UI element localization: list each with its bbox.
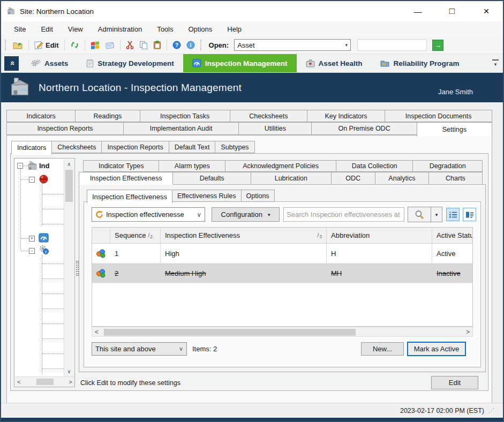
ribbon-tab-strategy-development[interactable]: Strategy Development bbox=[77, 54, 183, 72]
tab-inspection-effectiveness[interactable]: Inspection Effectiveness bbox=[87, 190, 172, 204]
menu-administration[interactable]: Administration bbox=[91, 21, 149, 36]
table-header-effectiveness[interactable]: Inspection Effectiveness /3 bbox=[161, 228, 327, 243]
tab-degradation[interactable]: Degradation bbox=[412, 160, 483, 172]
table-header-active-status[interactable]: Active Status bbox=[432, 228, 472, 243]
tab-readings[interactable]: Readings bbox=[75, 110, 140, 122]
scroll-left-icon[interactable]: < bbox=[95, 328, 99, 336]
tab-on-premise-odc[interactable]: On Premise ODC bbox=[311, 122, 417, 135]
collapse-box-icon[interactable]: - bbox=[29, 248, 35, 254]
scroll-left-icon[interactable]: < bbox=[17, 379, 20, 385]
edit-button[interactable]: Edit bbox=[431, 376, 478, 389]
tab-key-indicators[interactable]: Key Indicators bbox=[307, 110, 385, 122]
collapse-box-icon[interactable]: - bbox=[17, 163, 23, 169]
menu-tools[interactable]: Tools bbox=[149, 21, 180, 36]
open-combobox[interactable]: Asset ▾ bbox=[234, 39, 351, 51]
tree-vscroll-thumb[interactable] bbox=[65, 170, 73, 202]
tab-data-collection[interactable]: Data Collection bbox=[336, 160, 413, 172]
info-button[interactable]: i bbox=[185, 40, 197, 50]
paste-button[interactable] bbox=[152, 40, 163, 50]
send-button[interactable] bbox=[103, 40, 116, 50]
tab-inspection-documents[interactable]: Inspection Documents bbox=[385, 110, 492, 122]
cut-button[interactable] bbox=[124, 40, 136, 50]
scroll-down-icon[interactable]: ∨ bbox=[64, 368, 74, 374]
scroll-right-icon[interactable]: > bbox=[69, 379, 72, 385]
table-header-abbreviation[interactable]: Abbreviation bbox=[327, 228, 432, 243]
edit-toolbar-button[interactable]: Edit bbox=[33, 40, 61, 50]
tab-implementation-audit[interactable]: Implementation Audit bbox=[123, 122, 239, 135]
settings-tab-indicators[interactable]: Indicators bbox=[11, 141, 52, 155]
table-header-sequence[interactable]: Sequence /2 bbox=[110, 228, 161, 243]
tab-settings[interactable]: Settings bbox=[417, 122, 492, 137]
menu-view[interactable]: View bbox=[61, 21, 91, 36]
search-button[interactable] bbox=[408, 207, 431, 222]
ribbon-tab-assets[interactable]: Assets bbox=[22, 54, 77, 72]
module-tabs-row1: Indicators Readings Inspection Tasks Che… bbox=[6, 110, 492, 122]
tab-odc[interactable]: ODC bbox=[331, 172, 375, 185]
tab-indicator-types[interactable]: Indicator Types bbox=[83, 160, 159, 172]
refresh-button[interactable] bbox=[69, 40, 81, 50]
family-dropdown[interactable]: Inspection effectivenesse ∨ bbox=[92, 207, 205, 222]
menu-options[interactable]: Options bbox=[181, 21, 220, 36]
quick-search-input[interactable] bbox=[357, 39, 427, 51]
settings-tab-inspection-reports[interactable]: Inspection Reports bbox=[101, 141, 169, 153]
configuration-button[interactable]: Configuration ▾ bbox=[212, 207, 280, 222]
tab-checksheets[interactable]: Checksheets bbox=[230, 110, 307, 122]
tree-root-label[interactable]: Ind bbox=[39, 162, 50, 170]
ribbon-tab-inspection-management[interactable]: Inspection Management bbox=[183, 54, 297, 72]
menu-edit[interactable]: Edit bbox=[33, 21, 60, 36]
table-hscroll-thumb[interactable] bbox=[104, 329, 356, 336]
tab-charts[interactable]: Charts bbox=[428, 172, 483, 185]
tab-options[interactable]: Options bbox=[241, 190, 275, 202]
ribbon-overflow-icon[interactable]: ▾ bbox=[492, 59, 499, 67]
tab-lubrication[interactable]: Lubrication bbox=[251, 172, 332, 185]
scroll-up-icon[interactable]: ∧ bbox=[64, 161, 74, 167]
resize-grip-icon[interactable]: ⋰ bbox=[488, 407, 494, 414]
ribbon-collapse-button[interactable]: » bbox=[4, 56, 19, 71]
tab-inspection-tasks[interactable]: Inspection Tasks bbox=[140, 110, 230, 122]
table-horizontal-scrollbar[interactable]: < > bbox=[92, 327, 473, 337]
tab-alarm-types[interactable]: Alarm types bbox=[159, 160, 225, 172]
tab-inspection-reports[interactable]: Inspection Reports bbox=[6, 122, 124, 135]
search-options-button[interactable]: ▾ bbox=[431, 207, 442, 222]
scroll-right-icon[interactable]: > bbox=[466, 328, 470, 336]
table-row[interactable]: 2 Medium High MH Inactive bbox=[92, 263, 472, 283]
user-name[interactable]: Jane Smith bbox=[438, 88, 473, 96]
minimize-button[interactable]: — bbox=[410, 4, 426, 18]
tree-vertical-scrollbar[interactable]: ∧ ∨ bbox=[64, 159, 74, 376]
maximize-button[interactable]: □ bbox=[444, 4, 460, 18]
indicator-tabs-row2: Inspection Effectiveness Defaults Lubric… bbox=[79, 172, 483, 185]
settings-tab-subtypes[interactable]: Subtypes bbox=[215, 141, 254, 153]
tab-indicators[interactable]: Indicators bbox=[6, 110, 76, 122]
tree-hscroll-thumb[interactable] bbox=[36, 379, 54, 385]
mark-as-active-button[interactable]: Mark as Active bbox=[407, 342, 466, 356]
open-folder-button[interactable] bbox=[11, 40, 25, 50]
settings-tab-default-text[interactable]: Default Text bbox=[169, 141, 216, 153]
ribbon-tab-asset-health[interactable]: Asset Health bbox=[297, 54, 372, 72]
menu-help[interactable]: Help bbox=[220, 21, 249, 36]
table-row[interactable]: 1 High H Active bbox=[92, 244, 472, 263]
windows-button[interactable] bbox=[89, 40, 101, 50]
tab-defaults[interactable]: Defaults bbox=[172, 172, 251, 185]
tree-horizontal-scrollbar[interactable]: < > bbox=[15, 376, 74, 386]
copy-button[interactable] bbox=[138, 40, 149, 50]
tab-inspection-effectiveness-group[interactable]: Inspection Effectiveness bbox=[79, 172, 173, 185]
settings-tab-checksheets[interactable]: Checksheets bbox=[51, 141, 102, 153]
scope-dropdown[interactable]: This site and above ∨ bbox=[92, 342, 187, 356]
tab-acknowledgment-policies[interactable]: Acknowledgment Policies bbox=[225, 160, 336, 172]
new-button[interactable]: New... bbox=[361, 342, 404, 356]
window-bottom-border bbox=[1, 418, 503, 421]
collapse-box-icon[interactable]: - bbox=[29, 177, 35, 183]
detail-view-button[interactable] bbox=[463, 208, 476, 221]
go-button[interactable]: → bbox=[432, 40, 443, 51]
help-button[interactable]: ? bbox=[171, 40, 183, 50]
tab-analytics[interactable]: Analytics bbox=[375, 172, 429, 185]
tab-effectiveness-rules[interactable]: Effectiveness Rules bbox=[172, 190, 242, 202]
close-button[interactable]: × bbox=[478, 4, 494, 18]
ribbon-tab-reliability-program[interactable]: Reliability Program bbox=[371, 54, 468, 72]
list-view-button[interactable] bbox=[446, 208, 460, 221]
search-input[interactable] bbox=[284, 208, 404, 221]
expand-box-icon[interactable]: + bbox=[29, 236, 35, 242]
menu-site[interactable]: Site bbox=[6, 21, 33, 36]
tab-utilities[interactable]: Utilities bbox=[238, 122, 312, 135]
toolbar-grip bbox=[200, 40, 203, 50]
